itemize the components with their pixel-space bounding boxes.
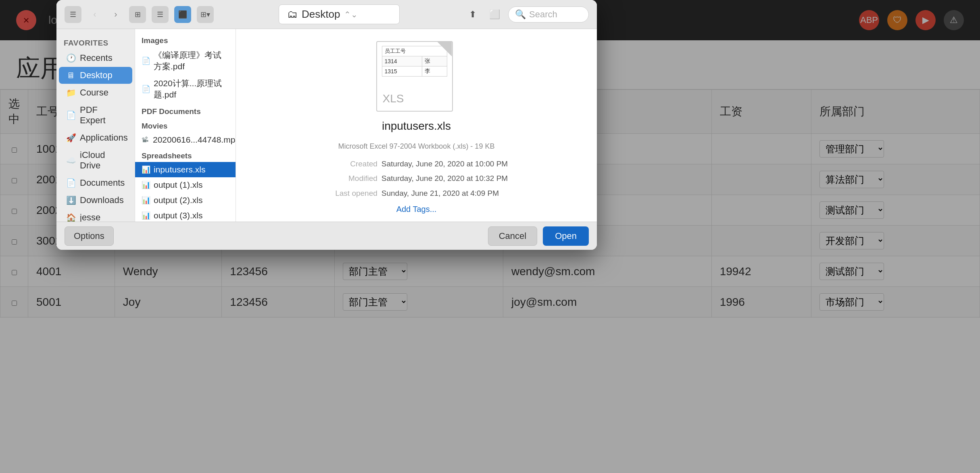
file-list: Images 📄 《编译原理》考试方案.pdf 📄 2020计算...原理试题.… (135, 29, 236, 222)
sidebar-item-icloud[interactable]: ☁️ iCloud Drive (59, 147, 132, 174)
created-label: Created (325, 158, 377, 170)
video-file-icon: 📽 (142, 136, 149, 144)
list-item[interactable]: 📊 output (1).xls (135, 177, 236, 193)
file-name: output (1).xls (154, 180, 202, 190)
search-placeholder: Search (529, 9, 557, 20)
sidebar-item-applications[interactable]: 🚀 Applications (59, 129, 132, 146)
footer-actions: Cancel Open (488, 226, 589, 246)
downloads-icon: ⬇️ (66, 195, 75, 205)
section-spreadsheets: Spreadsheets (135, 147, 236, 162)
options-button[interactable]: Options (65, 226, 114, 246)
search-box: 🔍 Search (508, 6, 589, 23)
modified-label: Modified (325, 172, 377, 185)
modified-value: Saturday, June 20, 2020 at 10:32 PM (382, 172, 508, 185)
home-icon: 🏠 (66, 213, 75, 222)
add-tags-link[interactable]: Add Tags... (325, 203, 508, 216)
back-button[interactable]: ‹ (87, 7, 102, 22)
preview-metadata: Microsoft Excel 97-2004 Workbook (.xls) … (325, 141, 508, 216)
sidebar-item-label: iCloud Drive (80, 150, 125, 171)
sidebar-item-pdf-expert[interactable]: 📄 PDF Expert (59, 102, 132, 129)
sidebar-item-label: Desktop (80, 70, 113, 81)
apps-icon: 🚀 (66, 133, 75, 143)
documents-icon: 📄 (66, 178, 75, 188)
created-value: Saturday, June 20, 2020 at 10:00 PM (382, 158, 508, 170)
tag-button[interactable]: ⬜ (486, 6, 503, 23)
recents-icon: 🕐 (66, 53, 75, 63)
folder-icon: 📁 (66, 88, 75, 98)
xls-file-icon: 📊 (142, 165, 150, 174)
location-text: Desktop (302, 8, 340, 21)
location-arrow: ⌃⌄ (344, 10, 358, 19)
list-item[interactable]: 📽 20200616...44748.mp4 (135, 132, 236, 147)
location-display: 🗂 Desktop ⌃⌄ (279, 4, 400, 24)
section-pdf-docs: PDF Documents (135, 103, 236, 118)
file-preview: 员工工号 1314 张 1315 李 (236, 29, 597, 222)
open-button[interactable]: Open (543, 226, 589, 246)
list-item[interactable]: 📊 inputusers.xls (135, 162, 236, 177)
file-preview-content: 员工工号 1314 张 1315 李 (377, 42, 452, 81)
cloud-icon: ☁️ (66, 156, 75, 165)
pdf-file-icon: 📄 (142, 85, 150, 93)
section-movies: Movies (135, 118, 236, 132)
last-opened-label: Last opened (325, 187, 377, 199)
pdf-icon: 📄 (66, 110, 75, 120)
file-type: Microsoft Excel 97-2004 Workbook (.xls) … (325, 141, 508, 152)
sidebar-item-documents[interactable]: 📄 Documents (59, 174, 132, 191)
xls-label: XLS (383, 92, 404, 105)
folder-icon: 🗂 (287, 8, 298, 21)
sidebar-item-jesse[interactable]: 🏠 jesse (59, 209, 132, 222)
dialog-overlay: ☰ ‹ › ⊞ ☰ ⬛ ⊞▾ 🗂 Desktop ⌃⌄ ⬆ ⬜ 🔍 (0, 0, 980, 473)
favorites-label: Favorites (56, 35, 135, 49)
file-name: output (3).xls (154, 211, 202, 220)
file-dialog: ☰ ‹ › ⊞ ☰ ⬛ ⊞▾ 🗂 Desktop ⌃⌄ ⬆ ⬜ 🔍 (56, 0, 597, 250)
sidebar-item-label: Documents (80, 178, 125, 188)
xls-file-icon: 📊 (142, 180, 150, 189)
share-button[interactable]: ⬆ (465, 6, 481, 23)
file-name: 20200616...44748.mp4 (153, 135, 236, 145)
xls-file-icon: 📊 (142, 196, 150, 205)
file-thumbnail: 员工工号 1314 张 1315 李 (376, 41, 453, 112)
sidebar-item-label: Course (80, 87, 108, 98)
list-item[interactable]: 📄 2020计算...原理试题.pdf (135, 75, 236, 103)
file-name: 《编译原理》考试方案.pdf (154, 50, 229, 72)
sidebar-item-label: PDF Expert (80, 105, 125, 126)
xls-file-icon: 📊 (142, 211, 150, 220)
gallery-view-button[interactable]: ⊞▾ (197, 6, 214, 23)
column-view-button[interactable]: ⬛ (174, 6, 191, 23)
section-images: Images (135, 32, 236, 47)
dialog-footer: Options Cancel Open (56, 222, 597, 250)
sidebar-item-downloads[interactable]: ⬇️ Downloads (59, 192, 132, 209)
dialog-toolbar: ☰ ‹ › ⊞ ☰ ⬛ ⊞▾ 🗂 Desktop ⌃⌄ ⬆ ⬜ 🔍 (56, 0, 597, 29)
dialog-body: Favorites 🕐 Recents 🖥 Desktop 📁 Course (56, 29, 597, 222)
file-name: inputusers.xls (154, 165, 205, 174)
list-item[interactable]: 📄 《编译原理》考试方案.pdf (135, 47, 236, 75)
pdf-file-icon: 📄 (142, 56, 150, 65)
preview-icon: 员工工号 1314 张 1315 李 (376, 41, 457, 112)
search-icon: 🔍 (515, 9, 526, 20)
list-view-button[interactable]: ☰ (152, 6, 169, 23)
sidebar-item-desktop[interactable]: 🖥 Desktop (59, 67, 132, 84)
list-item[interactable]: 📊 output (3).xls (135, 208, 236, 222)
sidebar-item-recents[interactable]: 🕐 Recents (59, 50, 132, 66)
cancel-button[interactable]: Cancel (488, 226, 537, 246)
sidebar-item-course[interactable]: 📁 Course (59, 84, 132, 101)
file-name: 2020计算...原理试题.pdf (154, 78, 229, 100)
sidebar-toggle-button[interactable]: ☰ (65, 6, 81, 23)
desktop-icon: 🖥 (66, 71, 75, 80)
preview-filename: inputusers.xls (382, 120, 451, 133)
sidebar-item-label: jesse (80, 212, 100, 222)
list-item[interactable]: 📊 output (2).xls (135, 193, 236, 208)
forward-button[interactable]: › (108, 7, 123, 22)
grid-view-button[interactable]: ⊞ (129, 6, 146, 23)
sidebar-item-label: Downloads (80, 195, 124, 205)
sidebar-item-label: Recents (80, 53, 113, 63)
dialog-sidebar: Favorites 🕐 Recents 🖥 Desktop 📁 Course (56, 29, 135, 222)
sidebar-item-label: Applications (80, 133, 128, 143)
file-name: output (2).xls (154, 195, 202, 205)
last-opened-value: Sunday, June 21, 2020 at 4:09 PM (382, 187, 499, 199)
